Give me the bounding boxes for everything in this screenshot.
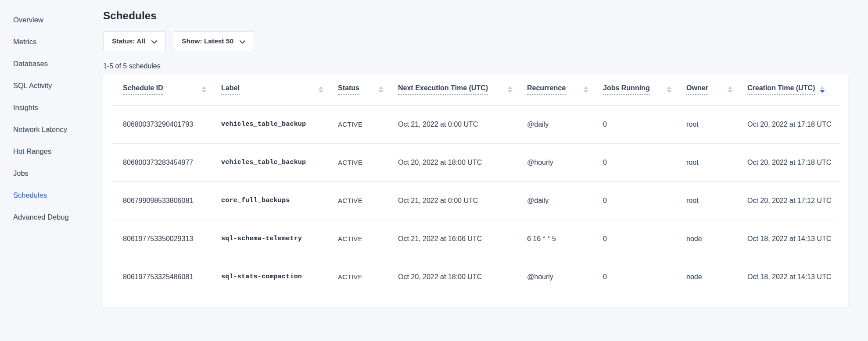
cell-owner: root bbox=[686, 143, 747, 181]
cell-schedule-id: 806197753325486081 bbox=[112, 258, 221, 296]
table-row: 806800373290401793 vehicles_table_backup… bbox=[112, 105, 839, 143]
sort-icon bbox=[508, 86, 512, 93]
sort-icon bbox=[319, 86, 323, 93]
show-limit-dropdown[interactable]: Show: Latest 50 bbox=[173, 31, 254, 51]
column-header-status[interactable]: Status bbox=[338, 75, 398, 105]
sidebar-item-network-latency[interactable]: Network Latency bbox=[0, 118, 103, 140]
sort-icon bbox=[820, 86, 825, 93]
sidebar-item-insights[interactable]: Insights bbox=[0, 96, 103, 118]
cell-recurrence: 6 16 * * 5 bbox=[527, 220, 603, 258]
table-header-row: Schedule ID Label Status Next Execution … bbox=[112, 75, 839, 105]
cell-label: core_full_backups bbox=[221, 181, 338, 220]
cell-status: ACTIVE bbox=[338, 143, 398, 181]
cell-creation-time: Oct 20, 2022 at 17:12 UTC bbox=[747, 181, 839, 220]
column-header-creation-time[interactable]: Creation Time (UTC) bbox=[747, 75, 839, 105]
cell-schedule-id: 806800373283454977 bbox=[112, 143, 221, 181]
cell-owner: root bbox=[686, 105, 747, 143]
column-header-next-execution-time[interactable]: Next Execution Time (UTC) bbox=[398, 75, 527, 105]
column-header-label[interactable]: Label bbox=[221, 75, 338, 105]
sidebar-item-metrics[interactable]: Metrics bbox=[0, 31, 103, 53]
cell-jobs-running: 0 bbox=[603, 220, 686, 258]
schedules-table: Schedule ID Label Status Next Execution … bbox=[112, 75, 839, 296]
sidebar-item-jobs[interactable]: Jobs bbox=[0, 162, 103, 184]
sidebar-item-overview[interactable]: Overview bbox=[0, 9, 103, 31]
sort-icon bbox=[728, 86, 732, 93]
sort-icon bbox=[584, 86, 588, 93]
show-limit-label: Show: Latest 50 bbox=[182, 37, 233, 45]
cell-schedule-id: 806800373290401793 bbox=[112, 105, 221, 143]
cell-status: ACTIVE bbox=[338, 181, 398, 220]
column-header-schedule-id[interactable]: Schedule ID bbox=[112, 75, 221, 105]
sidebar-item-sql-activity[interactable]: SQL Activity bbox=[0, 75, 103, 96]
main-content: Schedules Status: All Show: Latest 50 1-… bbox=[103, 0, 868, 307]
cell-creation-time: Oct 20, 2022 at 17:18 UTC bbox=[747, 105, 839, 143]
cell-jobs-running: 0 bbox=[603, 181, 686, 220]
status-filter-dropdown[interactable]: Status: All bbox=[103, 31, 166, 51]
sidebar-item-schedules[interactable]: Schedules bbox=[0, 184, 103, 206]
results-count: 1-5 of 5 schedules bbox=[103, 62, 868, 70]
sidebar-item-advanced-debug[interactable]: Advanced Debug bbox=[0, 206, 103, 228]
cell-label: sql-schema-telemetry bbox=[221, 220, 338, 258]
sort-icon bbox=[202, 86, 206, 93]
cell-next-execution: Oct 21, 2022 at 0:00 UTC bbox=[398, 181, 527, 220]
cell-jobs-running: 0 bbox=[603, 258, 686, 296]
cell-jobs-running: 0 bbox=[603, 105, 686, 143]
column-header-owner[interactable]: Owner bbox=[686, 75, 747, 105]
cell-owner: node bbox=[686, 258, 747, 296]
cell-status: ACTIVE bbox=[338, 220, 398, 258]
table-row: 806197753350029313 sql-schema-telemetry … bbox=[112, 220, 839, 258]
cell-next-execution: Oct 21, 2022 at 0:00 UTC bbox=[398, 105, 527, 143]
chevron-down-icon bbox=[151, 38, 157, 46]
cell-recurrence: @hourly bbox=[527, 258, 603, 296]
cell-next-execution: Oct 20, 2022 at 18:00 UTC bbox=[398, 258, 527, 296]
table-row: 806799098533806081 core_full_backups ACT… bbox=[112, 181, 839, 220]
sidebar-item-hot-ranges[interactable]: Hot Ranges bbox=[0, 140, 103, 162]
table-row: 806800373283454977 vehicles_table_backup… bbox=[112, 143, 839, 181]
cell-next-execution: Oct 21, 2022 at 16:06 UTC bbox=[398, 220, 527, 258]
cell-creation-time: Oct 18, 2022 at 14:13 UTC bbox=[747, 258, 839, 296]
cell-owner: root bbox=[686, 181, 747, 220]
cell-recurrence: @hourly bbox=[527, 143, 603, 181]
column-header-jobs-running[interactable]: Jobs Running bbox=[603, 75, 686, 105]
cell-label: vehicles_table_backup bbox=[221, 143, 338, 181]
page-title: Schedules bbox=[103, 10, 868, 22]
filters-bar: Status: All Show: Latest 50 bbox=[103, 31, 868, 51]
cell-recurrence: @daily bbox=[527, 181, 603, 220]
cell-schedule-id: 806799098533806081 bbox=[112, 181, 221, 220]
cell-status: ACTIVE bbox=[338, 105, 398, 143]
sidebar-item-databases[interactable]: Databases bbox=[0, 53, 103, 75]
cell-schedule-id: 806197753350029313 bbox=[112, 220, 221, 258]
sort-icon bbox=[667, 86, 671, 93]
status-filter-label: Status: All bbox=[112, 37, 145, 45]
cell-label: sql-stats-compaction bbox=[221, 258, 338, 296]
cell-status: ACTIVE bbox=[338, 258, 398, 296]
sort-icon bbox=[379, 86, 383, 93]
cell-next-execution: Oct 20, 2022 at 18:00 UTC bbox=[398, 143, 527, 181]
cell-owner: node bbox=[686, 220, 747, 258]
chevron-down-icon bbox=[240, 38, 245, 46]
table-row: 806197753325486081 sql-stats-compaction … bbox=[112, 258, 839, 296]
column-header-recurrence[interactable]: Recurrence bbox=[527, 75, 603, 105]
cell-creation-time: Oct 18, 2022 at 14:13 UTC bbox=[747, 220, 839, 258]
cell-jobs-running: 0 bbox=[603, 143, 686, 181]
cell-creation-time: Oct 20, 2022 at 17:18 UTC bbox=[747, 143, 839, 181]
cell-label: vehicles_table_backup bbox=[221, 105, 338, 143]
schedules-table-card: Schedule ID Label Status Next Execution … bbox=[103, 75, 848, 307]
sidebar: Overview Metrics Databases SQL Activity … bbox=[0, 0, 103, 341]
cell-recurrence: @daily bbox=[527, 105, 603, 143]
